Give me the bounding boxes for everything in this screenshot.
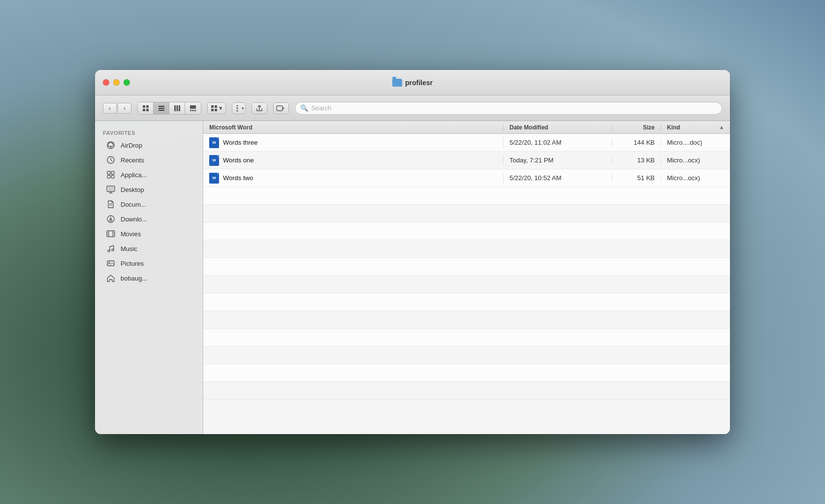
empty-row bbox=[203, 311, 730, 329]
sidebar-label-documents: Docum... bbox=[121, 201, 146, 208]
icon-view-button[interactable] bbox=[138, 102, 154, 114]
sidebar-item-movies[interactable]: Movies bbox=[98, 226, 200, 241]
group-by-button[interactable]: ▾ bbox=[207, 102, 226, 114]
gallery-view-button[interactable] bbox=[185, 102, 201, 114]
forward-button[interactable]: › bbox=[118, 103, 131, 114]
svg-rect-17 bbox=[215, 109, 217, 111]
file-name-cell: W Words three bbox=[203, 137, 504, 148]
empty-row bbox=[203, 222, 730, 240]
search-bar[interactable]: 🔍 bbox=[295, 102, 722, 115]
svg-rect-4 bbox=[159, 106, 164, 107]
svg-rect-25 bbox=[107, 171, 110, 174]
svg-rect-6 bbox=[159, 110, 164, 111]
sidebar-label-airdrop: AirDrop bbox=[121, 142, 142, 149]
pictures-icon bbox=[106, 258, 116, 268]
empty-row bbox=[203, 346, 730, 364]
empty-row bbox=[203, 240, 730, 258]
back-button[interactable]: ‹ bbox=[103, 103, 117, 114]
desktop-icon bbox=[106, 185, 116, 194]
share-button[interactable] bbox=[252, 102, 267, 114]
svg-point-42 bbox=[108, 250, 110, 252]
svg-point-20 bbox=[236, 110, 238, 111]
maximize-button[interactable] bbox=[124, 79, 130, 86]
sidebar-item-applications[interactable]: Applica... bbox=[98, 167, 200, 182]
folder-icon bbox=[392, 79, 402, 87]
table-row[interactable]: W Words two 5/22/20, 10:52 AM 51 KB Micr… bbox=[203, 169, 730, 187]
downloads-icon bbox=[106, 214, 116, 224]
sidebar-item-recents[interactable]: Recents bbox=[98, 153, 200, 167]
column-view-button[interactable] bbox=[169, 102, 185, 114]
svg-rect-10 bbox=[190, 105, 196, 109]
table-row[interactable]: W Words three 5/22/20, 11:02 AM 144 KB M… bbox=[203, 134, 730, 152]
sidebar-label-home: bobaug... bbox=[121, 275, 147, 282]
search-input[interactable] bbox=[311, 104, 717, 112]
sidebar-item-downloads[interactable]: Downlo... bbox=[98, 212, 200, 226]
recents-icon bbox=[106, 155, 116, 165]
svg-rect-12 bbox=[192, 110, 194, 111]
minimize-button[interactable] bbox=[113, 79, 120, 86]
svg-point-18 bbox=[236, 105, 238, 106]
sidebar-label-applications: Applica... bbox=[121, 171, 147, 179]
file-date: Today, 7:21 PM bbox=[504, 157, 612, 164]
svg-point-19 bbox=[236, 107, 238, 109]
documents-icon bbox=[106, 199, 116, 209]
sidebar-label-desktop: Desktop bbox=[121, 186, 144, 193]
empty-row bbox=[203, 293, 730, 311]
svg-rect-7 bbox=[174, 105, 176, 111]
finder-window: profilesr ‹ › bbox=[95, 70, 730, 434]
sidebar-item-documents[interactable]: Docum... bbox=[98, 197, 200, 212]
main-area: Favorites AirDrop bbox=[95, 121, 730, 434]
sidebar-label-recents: Recents bbox=[121, 157, 144, 164]
svg-rect-44 bbox=[107, 261, 114, 266]
sidebar-item-music[interactable]: Music bbox=[98, 241, 200, 256]
svg-rect-9 bbox=[179, 105, 180, 111]
traffic-lights bbox=[103, 79, 130, 86]
file-name: Words one bbox=[223, 157, 254, 164]
sort-arrow: ▲ bbox=[719, 125, 724, 130]
col-header-date[interactable]: Date Modified bbox=[504, 124, 612, 131]
window-title-area: profilesr bbox=[392, 79, 433, 87]
empty-row bbox=[203, 329, 730, 346]
empty-row bbox=[203, 187, 730, 205]
empty-row bbox=[203, 205, 730, 222]
empty-row bbox=[203, 382, 730, 400]
sidebar-item-airdrop[interactable]: AirDrop bbox=[98, 138, 200, 153]
window-title: profilesr bbox=[405, 79, 433, 87]
sidebar-item-home[interactable]: bobaug... bbox=[98, 271, 200, 285]
file-date: 5/22/20, 11:02 AM bbox=[504, 139, 612, 146]
svg-point-23 bbox=[110, 146, 112, 148]
file-name-cell: W Words two bbox=[203, 173, 504, 184]
table-row[interactable]: W Words one Today, 7:21 PM 13 KB Micro..… bbox=[203, 152, 730, 169]
file-size: 13 KB bbox=[612, 157, 661, 164]
list-view-button[interactable] bbox=[154, 102, 169, 114]
empty-row bbox=[203, 258, 730, 276]
col-header-kind[interactable]: Kind ▲ bbox=[661, 124, 730, 131]
word-icon: W bbox=[209, 173, 219, 184]
col-header-size[interactable]: Size bbox=[612, 124, 661, 131]
movies-icon bbox=[106, 229, 116, 239]
close-button[interactable] bbox=[103, 79, 109, 86]
toolbar: ‹ › bbox=[95, 95, 730, 121]
file-size: 144 KB bbox=[612, 139, 661, 146]
action-arrow: ▾ bbox=[242, 106, 244, 111]
file-list: W Words three 5/22/20, 11:02 AM 144 KB M… bbox=[203, 134, 730, 434]
svg-point-43 bbox=[112, 249, 114, 251]
svg-rect-30 bbox=[108, 187, 114, 190]
file-name: Words three bbox=[223, 139, 258, 146]
file-name: Words two bbox=[223, 174, 253, 182]
col-header-name[interactable]: Microsoft Word bbox=[203, 124, 504, 131]
word-icon: W bbox=[209, 137, 219, 148]
file-date: 5/22/20, 10:52 AM bbox=[504, 174, 612, 182]
action-button[interactable]: ▾ bbox=[232, 102, 246, 114]
tag-button[interactable] bbox=[273, 102, 289, 114]
file-kind: Micro...ocx) bbox=[661, 174, 730, 182]
sidebar-item-desktop[interactable]: Desktop bbox=[98, 182, 200, 197]
home-icon bbox=[106, 273, 116, 283]
svg-rect-1 bbox=[146, 105, 149, 108]
file-kind: Micro....doc) bbox=[661, 139, 730, 146]
svg-rect-13 bbox=[194, 110, 196, 111]
sidebar-label-music: Music bbox=[121, 245, 137, 252]
search-icon: 🔍 bbox=[300, 104, 308, 112]
sidebar-item-pictures[interactable]: Pictures bbox=[98, 256, 200, 271]
svg-rect-26 bbox=[111, 171, 114, 174]
